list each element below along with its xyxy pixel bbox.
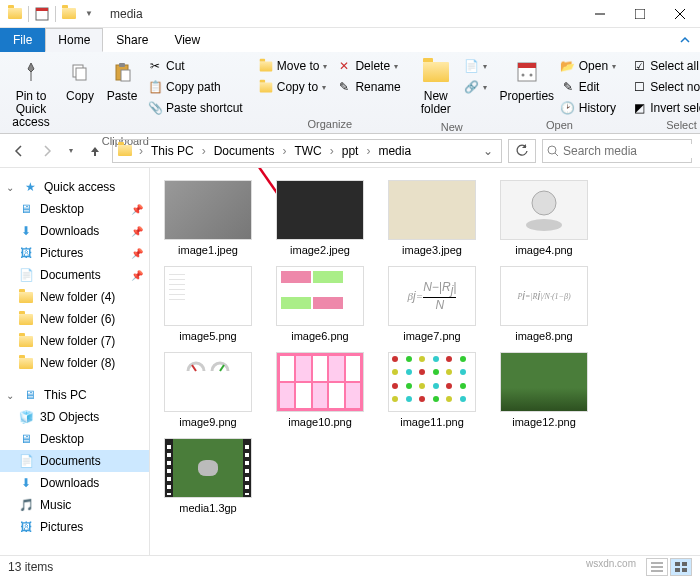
file-item[interactable]: image2.jpeg bbox=[268, 178, 372, 258]
tab-view[interactable]: View bbox=[161, 28, 213, 52]
move-to-button[interactable]: Move to▾ bbox=[255, 56, 332, 76]
refresh-button[interactable] bbox=[508, 139, 536, 163]
breadcrumb-segment[interactable]: This PC bbox=[147, 144, 198, 158]
invert-selection-icon: ◩ bbox=[632, 101, 646, 115]
file-item[interactable]: ――――――――――――――――――――――――image5.png bbox=[156, 264, 260, 344]
documents-icon: 📄 bbox=[18, 453, 34, 469]
paste-shortcut-button[interactable]: 📎Paste shortcut bbox=[144, 98, 247, 118]
file-name: image4.png bbox=[515, 244, 573, 256]
chevron-right-icon[interactable]: › bbox=[137, 144, 145, 158]
file-item[interactable]: media1.3gp bbox=[156, 436, 260, 516]
pin-icon: 📌 bbox=[131, 270, 143, 281]
file-thumbnail bbox=[388, 352, 476, 412]
details-view-button[interactable] bbox=[646, 558, 668, 576]
sidebar-this-pc[interactable]: ⌄ 🖥 This PC bbox=[0, 384, 149, 406]
breadcrumb[interactable]: › This PC › Documents › TWC › ppt › medi… bbox=[112, 139, 502, 163]
chevron-right-icon[interactable]: › bbox=[364, 144, 372, 158]
new-item-button[interactable]: 📄▾ bbox=[461, 56, 491, 76]
copy-icon bbox=[66, 58, 94, 86]
chevron-right-icon[interactable]: › bbox=[200, 144, 208, 158]
new-folder-button[interactable]: New folder bbox=[413, 54, 459, 120]
file-item[interactable]: image4.png bbox=[492, 178, 596, 258]
sidebar-quick-access[interactable]: ⌄ ★ Quick access bbox=[0, 176, 149, 198]
file-item[interactable]: image11.png bbox=[380, 350, 484, 430]
search-box[interactable] bbox=[542, 139, 692, 163]
file-item[interactable]: βj=N−|Rj|Nimage7.png bbox=[380, 264, 484, 344]
navigation-pane[interactable]: ⌄ ★ Quick access 🖥Desktop📌⬇Downloads📌🖼Pi… bbox=[0, 168, 150, 555]
sidebar-item[interactable]: ⬇Downloads📌 bbox=[0, 220, 149, 242]
copy-button[interactable]: Copy bbox=[60, 54, 100, 107]
sidebar-item[interactable]: New folder (7) bbox=[0, 330, 149, 352]
open-group-label: Open bbox=[499, 118, 620, 132]
pin-icon: 📌 bbox=[131, 204, 143, 215]
minimize-button[interactable] bbox=[580, 0, 620, 28]
file-item[interactable]: image12.png bbox=[492, 350, 596, 430]
tab-home[interactable]: Home bbox=[45, 28, 103, 52]
new-folder-qat-icon[interactable] bbox=[60, 5, 78, 23]
tab-share[interactable]: Share bbox=[103, 28, 161, 52]
breadcrumb-segment[interactable]: TWC bbox=[290, 144, 325, 158]
properties-qat-icon[interactable] bbox=[33, 5, 51, 23]
forward-button[interactable] bbox=[36, 140, 58, 162]
back-button[interactable] bbox=[8, 140, 30, 162]
ribbon-collapse-button[interactable] bbox=[670, 28, 700, 52]
chevron-right-icon[interactable]: › bbox=[280, 144, 288, 158]
file-item[interactable]: Pi=|Ri|/N·(1−β)image8.png bbox=[492, 264, 596, 344]
file-item[interactable]: image10.png bbox=[268, 350, 372, 430]
sidebar-item[interactable]: ⬇Downloads bbox=[0, 472, 149, 494]
sidebar-item[interactable]: New folder (4) bbox=[0, 286, 149, 308]
sidebar-item[interactable]: 🧊3D Objects bbox=[0, 406, 149, 428]
select-none-button[interactable]: ☐Select none bbox=[628, 77, 700, 97]
rename-button[interactable]: ✎Rename bbox=[333, 77, 404, 97]
copy-path-button[interactable]: 📋Copy path bbox=[144, 77, 247, 97]
search-input[interactable] bbox=[563, 144, 700, 158]
breadcrumb-segment[interactable]: Documents bbox=[210, 144, 279, 158]
tab-file[interactable]: File bbox=[0, 28, 45, 52]
sidebar-item[interactable]: 🖼Pictures📌 bbox=[0, 242, 149, 264]
select-all-button[interactable]: ☑Select all bbox=[628, 56, 700, 76]
sidebar-item[interactable]: New folder (6) bbox=[0, 308, 149, 330]
paste-button[interactable]: Paste bbox=[102, 54, 142, 107]
new-folder-label: New folder bbox=[415, 90, 457, 116]
delete-button[interactable]: ✕Delete▾ bbox=[333, 56, 404, 76]
qat-dropdown-icon[interactable]: ▼ bbox=[80, 5, 98, 23]
up-button[interactable] bbox=[84, 140, 106, 162]
history-button[interactable]: 🕑History bbox=[557, 98, 620, 118]
properties-button[interactable]: Properties bbox=[499, 54, 555, 107]
sidebar-item[interactable]: 🖥Desktop bbox=[0, 428, 149, 450]
recent-locations-button[interactable]: ▾ bbox=[64, 140, 78, 162]
breadcrumb-segment[interactable]: ppt bbox=[338, 144, 363, 158]
edit-button[interactable]: ✎Edit bbox=[557, 77, 620, 97]
cut-button[interactable]: ✂Cut bbox=[144, 56, 247, 76]
sidebar-item[interactable]: 🖼Pictures bbox=[0, 516, 149, 538]
sidebar-item[interactable]: 🖥Desktop📌 bbox=[0, 198, 149, 220]
ribbon-group-new: New folder 📄▾ 🔗▾ New bbox=[409, 52, 495, 133]
easy-access-button[interactable]: 🔗▾ bbox=[461, 77, 491, 97]
ribbon-group-organize: Move to▾ Copy to▾ ✕Delete▾ ✎Rename Organ… bbox=[251, 52, 409, 133]
file-item[interactable]: image3.jpeg bbox=[380, 178, 484, 258]
history-icon: 🕑 bbox=[561, 101, 575, 115]
svg-rect-7 bbox=[76, 68, 86, 80]
pin-to-quick-access-button[interactable]: Pin to Quick access bbox=[4, 54, 58, 134]
pictures-icon: 🖼 bbox=[18, 519, 34, 535]
file-name: image10.png bbox=[288, 416, 352, 428]
maximize-button[interactable] bbox=[620, 0, 660, 28]
file-item[interactable]: image6.png bbox=[268, 264, 372, 344]
close-button[interactable] bbox=[660, 0, 700, 28]
file-list[interactable]: image1.jpegimage2.jpegimage3.jpegimage4.… bbox=[150, 168, 700, 555]
sidebar-item[interactable]: New folder (8) bbox=[0, 352, 149, 374]
star-icon: ★ bbox=[22, 179, 38, 195]
breadcrumb-segment[interactable]: media bbox=[374, 144, 415, 158]
open-button[interactable]: 📂Open▾ bbox=[557, 56, 620, 76]
sidebar-item[interactable]: 📄Documents bbox=[0, 450, 149, 472]
sidebar-item[interactable]: 📄Documents📌 bbox=[0, 264, 149, 286]
sidebar-item[interactable]: 🎵Music bbox=[0, 494, 149, 516]
delete-icon: ✕ bbox=[337, 59, 351, 73]
breadcrumb-dropdown[interactable]: ⌄ bbox=[477, 144, 499, 158]
file-item[interactable]: image9.png bbox=[156, 350, 260, 430]
thumbnails-view-button[interactable] bbox=[670, 558, 692, 576]
copy-to-button[interactable]: Copy to▾ bbox=[255, 77, 332, 97]
chevron-right-icon[interactable]: › bbox=[328, 144, 336, 158]
invert-selection-button[interactable]: ◩Invert selection bbox=[628, 98, 700, 118]
file-item[interactable]: image1.jpeg bbox=[156, 178, 260, 258]
